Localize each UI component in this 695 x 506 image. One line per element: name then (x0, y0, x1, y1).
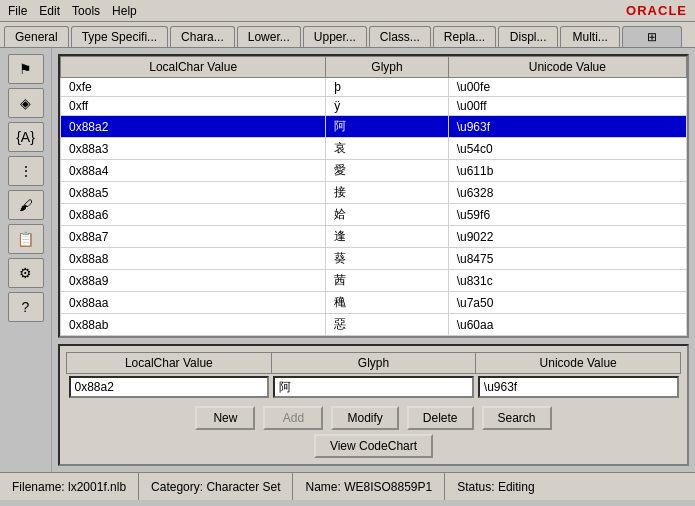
cell-localchar: 0x88a2 (61, 116, 326, 138)
paint-icon[interactable]: 🖌 (8, 190, 44, 220)
edit-unicode-cell (476, 374, 681, 401)
cell-glyph: 逢 (326, 226, 448, 248)
tab-replace[interactable]: Repla... (433, 26, 496, 47)
cell-localchar: 0x88a6 (61, 204, 326, 226)
status-bar: Filename: lx2001f.nlb Category: Characte… (0, 472, 695, 500)
tab-lower[interactable]: Lower... (237, 26, 301, 47)
new-button[interactable]: New (195, 406, 255, 430)
cell-unicode: \u54c0 (448, 138, 686, 160)
edit-col-glyph: Glyph (271, 353, 476, 374)
cell-glyph: 接 (326, 182, 448, 204)
list-icon[interactable]: ⋮ (8, 156, 44, 186)
tab-extra[interactable]: ⊞ (622, 26, 682, 47)
menu-tools[interactable]: Tools (72, 4, 100, 18)
flag-icon[interactable]: ⚑ (8, 54, 44, 84)
table-area: LocalChar Value Glyph Unicode Value 0xfe… (52, 48, 695, 472)
cell-glyph: 姶 (326, 204, 448, 226)
cell-unicode: \u8475 (448, 248, 686, 270)
status-editing: Status: Editing (445, 473, 546, 500)
cell-glyph: 阿 (326, 116, 448, 138)
edit-unicode-input[interactable] (478, 376, 679, 398)
cell-unicode: \u00fe (448, 78, 686, 97)
help-icon[interactable]: ? (8, 292, 44, 322)
edit-col-localchar: LocalChar Value (67, 353, 272, 374)
cell-unicode: \u7a50 (448, 292, 686, 314)
table-row[interactable]: 0x88a9茜\u831c (61, 270, 687, 292)
table-row[interactable]: 0x88a7逢\u9022 (61, 226, 687, 248)
table-row[interactable]: 0x88a6姶\u59f6 (61, 204, 687, 226)
gear-icon[interactable]: ⚙ (8, 258, 44, 288)
cell-localchar: 0x88ab (61, 314, 326, 336)
oracle-logo: ORACLE (626, 3, 687, 18)
table-row[interactable]: 0x88a2阿\u963f (61, 116, 687, 138)
tab-display[interactable]: Displ... (498, 26, 558, 47)
modify-button[interactable]: Modify (331, 406, 398, 430)
edit-localchar-input[interactable] (69, 376, 270, 398)
cell-unicode: \u611b (448, 160, 686, 182)
cell-glyph: 穐 (326, 292, 448, 314)
cell-localchar: 0xff (61, 97, 326, 116)
tab-upper[interactable]: Upper... (303, 26, 367, 47)
tab-class[interactable]: Class... (369, 26, 431, 47)
edit-panel-table: LocalChar Value Glyph Unicode Value (66, 352, 681, 400)
menu-file[interactable]: File (8, 4, 27, 18)
table-row[interactable]: 0x88aa穐\u7a50 (61, 292, 687, 314)
table-row[interactable]: 0x88a3哀\u54c0 (61, 138, 687, 160)
table-row[interactable]: 0x88a4愛\u611b (61, 160, 687, 182)
tab-general[interactable]: General (4, 26, 69, 47)
cell-localchar: 0x88aa (61, 292, 326, 314)
col-unicode: Unicode Value (448, 57, 686, 78)
table-row[interactable]: 0x88a8葵\u8475 (61, 248, 687, 270)
edit-col-unicode: Unicode Value (476, 353, 681, 374)
sidebar: ⚑ ◈ {A} ⋮ 🖌 📋 ⚙ ? (0, 48, 52, 472)
edit-glyph-cell (271, 374, 476, 401)
tab-character[interactable]: Chara... (170, 26, 235, 47)
table-scroll[interactable]: LocalChar Value Glyph Unicode Value 0xfe… (60, 56, 687, 336)
tab-type-specific[interactable]: Type Specifi... (71, 26, 168, 47)
braces-icon[interactable]: {A} (8, 122, 44, 152)
cell-unicode: \u00ff (448, 97, 686, 116)
main-content: ⚑ ◈ {A} ⋮ 🖌 📋 ⚙ ? LocalChar Value Glyph … (0, 48, 695, 472)
table-row[interactable]: 0x88ab惡\u60aa (61, 314, 687, 336)
view-btn-row: View CodeChart (66, 434, 681, 458)
view-codechart-button[interactable]: View CodeChart (314, 434, 433, 458)
tab-bar: General Type Specifi... Chara... Lower..… (0, 22, 695, 48)
cell-localchar: 0xfe (61, 78, 326, 97)
action-buttons: New Add Modify Delete Search (66, 406, 681, 430)
delete-button[interactable]: Delete (407, 406, 474, 430)
search-button[interactable]: Search (482, 406, 552, 430)
edit-localchar-cell (67, 374, 272, 401)
table-row[interactable]: 0xffÿ\u00ff (61, 97, 687, 116)
edit-panel: LocalChar Value Glyph Unicode Value (58, 344, 689, 466)
book-icon[interactable]: 📋 (8, 224, 44, 254)
cell-unicode: \u9022 (448, 226, 686, 248)
status-name: Name: WE8ISO8859P1 (293, 473, 445, 500)
data-table: LocalChar Value Glyph Unicode Value 0xfe… (60, 56, 687, 336)
status-category: Category: Character Set (139, 473, 293, 500)
tab-multi[interactable]: Multi... (560, 26, 620, 47)
cell-glyph: ÿ (326, 97, 448, 116)
cell-glyph: þ (326, 78, 448, 97)
cell-glyph: 哀 (326, 138, 448, 160)
cell-unicode: \u6328 (448, 182, 686, 204)
table-row[interactable]: 0x88a5接\u6328 (61, 182, 687, 204)
cell-localchar: 0x88a3 (61, 138, 326, 160)
menu-edit[interactable]: Edit (39, 4, 60, 18)
cell-localchar: 0x88a8 (61, 248, 326, 270)
cell-glyph: 葵 (326, 248, 448, 270)
cell-unicode: \u60aa (448, 314, 686, 336)
menu-bar: File Edit Tools Help ORACLE (0, 0, 695, 22)
cell-localchar: 0x88a7 (61, 226, 326, 248)
col-glyph: Glyph (326, 57, 448, 78)
cell-glyph: 惡 (326, 314, 448, 336)
menu-help[interactable]: Help (112, 4, 137, 18)
cell-unicode: \u963f (448, 116, 686, 138)
add-button[interactable]: Add (263, 406, 323, 430)
cell-unicode: \u831c (448, 270, 686, 292)
data-table-wrapper: LocalChar Value Glyph Unicode Value 0xfe… (58, 54, 689, 338)
filter-icon[interactable]: ◈ (8, 88, 44, 118)
edit-glyph-input[interactable] (273, 376, 474, 398)
cell-glyph: 茜 (326, 270, 448, 292)
cell-unicode: \u59f6 (448, 204, 686, 226)
table-row[interactable]: 0xfeþ\u00fe (61, 78, 687, 97)
